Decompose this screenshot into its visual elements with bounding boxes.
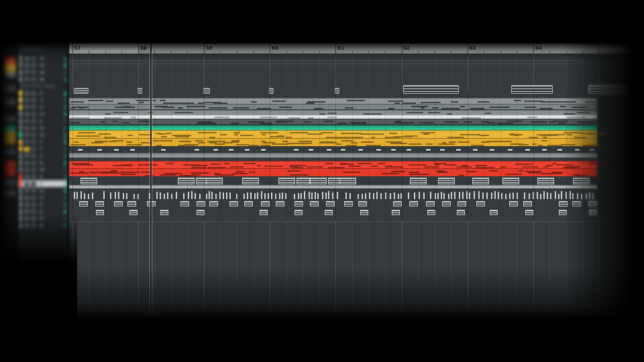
mute-button[interactable]: M bbox=[24, 154, 30, 158]
hit-tick[interactable] bbox=[294, 194, 295, 199]
event-block[interactable] bbox=[340, 148, 346, 152]
clip[interactable] bbox=[438, 178, 455, 184]
event-block[interactable] bbox=[472, 148, 478, 152]
hit-block[interactable] bbox=[325, 210, 333, 215]
hit-tick[interactable] bbox=[459, 192, 460, 199]
hit-tick[interactable] bbox=[264, 193, 266, 199]
hit-block[interactable] bbox=[393, 201, 402, 206]
hit-block[interactable] bbox=[180, 201, 189, 206]
dark-gray-midi[interactable] bbox=[69, 119, 597, 124]
hit-block[interactable] bbox=[96, 210, 104, 215]
hit-tick[interactable] bbox=[322, 192, 323, 199]
hit-tick[interactable] bbox=[226, 192, 227, 199]
hit-tick[interactable] bbox=[398, 194, 399, 199]
hit-tick[interactable] bbox=[279, 193, 280, 199]
gray-midi-1[interactable] bbox=[69, 98, 597, 104]
solo-button[interactable]: S bbox=[31, 147, 36, 152]
solo-button[interactable]: S bbox=[31, 188, 36, 193]
hit-tick[interactable] bbox=[285, 193, 286, 199]
tick-lane[interactable] bbox=[69, 191, 597, 200]
hit-tick[interactable] bbox=[430, 192, 431, 199]
hit-tick[interactable] bbox=[365, 193, 366, 199]
hit-tick[interactable] bbox=[317, 193, 319, 199]
track-row[interactable]: MSコ bbox=[18, 97, 68, 103]
hit-block[interactable] bbox=[457, 210, 465, 215]
hit-tick[interactable] bbox=[126, 193, 127, 199]
hit-tick[interactable] bbox=[543, 191, 545, 199]
clip[interactable] bbox=[472, 178, 489, 184]
hit-tick[interactable] bbox=[380, 193, 382, 199]
clip[interactable] bbox=[178, 178, 195, 184]
clip[interactable] bbox=[242, 178, 259, 184]
hit-tick[interactable] bbox=[76, 192, 78, 199]
event-block[interactable] bbox=[160, 148, 166, 152]
mute-button[interactable]: M bbox=[24, 174, 30, 179]
hit-tick[interactable] bbox=[524, 192, 525, 199]
hit-tick[interactable] bbox=[309, 192, 310, 199]
hit-tick[interactable] bbox=[385, 192, 386, 199]
hit-tick[interactable] bbox=[501, 193, 502, 199]
hit-tick[interactable] bbox=[275, 194, 276, 199]
hit-tick[interactable] bbox=[414, 192, 415, 199]
event-block[interactable] bbox=[260, 148, 266, 152]
mini-clip[interactable] bbox=[335, 88, 339, 94]
hit-block[interactable] bbox=[197, 201, 205, 206]
event-block[interactable] bbox=[308, 148, 314, 152]
yellow-midi-2[interactable] bbox=[69, 138, 597, 146]
hit-block[interactable] bbox=[426, 201, 435, 206]
hit-tick[interactable] bbox=[138, 194, 139, 199]
hit-block[interactable] bbox=[490, 210, 498, 215]
hit-block[interactable] bbox=[476, 201, 485, 206]
hit-tick[interactable] bbox=[176, 192, 177, 199]
solo-button[interactable]: S bbox=[31, 126, 36, 131]
hit-tick[interactable] bbox=[250, 192, 252, 199]
hit-tick[interactable] bbox=[533, 192, 534, 199]
track-row[interactable]: MSG bbox=[18, 90, 68, 97]
hit-tick[interactable] bbox=[498, 192, 499, 199]
event-block[interactable] bbox=[390, 148, 396, 152]
hit-block[interactable] bbox=[442, 201, 451, 206]
hit-tick[interactable] bbox=[362, 194, 363, 199]
mute-button[interactable]: M bbox=[24, 112, 30, 117]
hit-tick[interactable] bbox=[254, 193, 256, 199]
hit-tick[interactable] bbox=[466, 191, 468, 199]
hit-block[interactable] bbox=[458, 201, 466, 206]
hit-tick[interactable] bbox=[223, 192, 224, 199]
hit-tick[interactable] bbox=[282, 192, 283, 199]
solo-button[interactable]: S bbox=[31, 161, 36, 166]
clip[interactable] bbox=[403, 85, 459, 94]
clip[interactable] bbox=[278, 178, 295, 184]
solo-button[interactable]: S bbox=[31, 119, 36, 123]
clip[interactable] bbox=[310, 178, 327, 184]
hit-row-2[interactable] bbox=[69, 209, 597, 217]
track-row[interactable]: MSAd bbox=[18, 69, 68, 76]
mute-button[interactable]: M bbox=[24, 168, 30, 172]
hit-tick[interactable] bbox=[110, 192, 111, 199]
hit-tick[interactable] bbox=[325, 192, 327, 199]
hit-tick[interactable] bbox=[268, 193, 269, 199]
hit-tick[interactable] bbox=[435, 193, 436, 199]
event-block[interactable] bbox=[77, 148, 83, 152]
track-row[interactable]: MSGt bbox=[18, 166, 68, 173]
event-block[interactable] bbox=[194, 148, 200, 152]
hit-tick[interactable] bbox=[537, 192, 538, 199]
clip[interactable] bbox=[537, 178, 554, 184]
hit-tick[interactable] bbox=[191, 191, 193, 199]
hit-tick[interactable] bbox=[358, 194, 359, 199]
hit-block[interactable] bbox=[114, 201, 123, 206]
hit-tick[interactable] bbox=[171, 194, 172, 199]
hit-tick[interactable] bbox=[183, 193, 184, 199]
hit-tick[interactable] bbox=[160, 192, 161, 199]
solo-button[interactable]: S bbox=[31, 174, 36, 179]
solo-button[interactable]: S bbox=[31, 202, 36, 207]
track-row[interactable]: MSG bbox=[18, 180, 68, 187]
hit-tick[interactable] bbox=[261, 191, 262, 199]
event-block[interactable] bbox=[541, 148, 547, 152]
hit-tick[interactable] bbox=[188, 192, 189, 199]
track-row[interactable]: MST bbox=[18, 145, 68, 152]
hit-tick[interactable] bbox=[84, 193, 85, 199]
event-block[interactable] bbox=[455, 148, 462, 152]
hit-tick[interactable] bbox=[547, 192, 548, 199]
clip[interactable] bbox=[511, 85, 553, 94]
hit-tick[interactable] bbox=[118, 192, 119, 199]
